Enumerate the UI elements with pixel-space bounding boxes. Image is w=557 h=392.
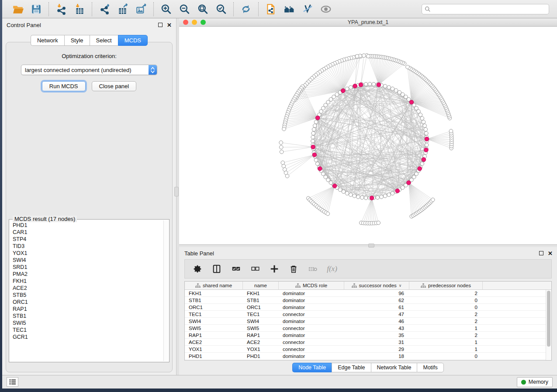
cell-name: PHD1: [243, 354, 279, 359]
table-row[interactable]: ORC1ORC1dominator610: [185, 304, 546, 311]
mcds-result-item[interactable]: CAR1: [13, 229, 161, 236]
mcds-result-item[interactable]: STB5: [13, 292, 161, 299]
import-table-file-icon: [74, 3, 85, 15]
zoom-in-button[interactable]: [158, 2, 174, 17]
tab-network-table[interactable]: Network Table: [371, 363, 417, 372]
tab-style[interactable]: Style: [64, 35, 90, 46]
table-panel: Table Panel ✕ f(x) shared namenameMCDS r…: [179, 247, 557, 375]
network-canvas[interactable]: [179, 27, 557, 244]
import-table-file-button[interactable]: [72, 2, 87, 17]
table-row[interactable]: TEC1TEC1connector472: [185, 311, 546, 318]
mcds-result-item[interactable]: ORC1: [13, 299, 161, 306]
tab-edge-table[interactable]: Edge Table: [332, 363, 370, 372]
tab-network[interactable]: Network: [31, 35, 64, 46]
zoom-out-button[interactable]: [176, 2, 192, 17]
open-file-button[interactable]: [10, 2, 26, 17]
column-header-name[interactable]: name: [243, 282, 279, 289]
annotations-button[interactable]: [300, 2, 315, 17]
network-window-titlebar[interactable]: YPA_prune.txt_1: [179, 18, 557, 27]
column-header-successor-nodes[interactable]: successor nodes∨: [344, 282, 409, 289]
new-network-from-selection-icon: [265, 3, 277, 15]
search-box[interactable]: [422, 4, 549, 14]
first-neighbors-button[interactable]: [281, 2, 297, 17]
table-scrollbar[interactable]: [546, 290, 551, 360]
zoom-selected-button[interactable]: [213, 2, 229, 17]
add-column-icon: [270, 264, 279, 274]
cell-predecessor-nodes: 2: [409, 312, 483, 317]
mcds-result-list[interactable]: PHD1CAR1STP4TID3YOX1SWI4SRD1PMA2FKH1ACE2…: [10, 220, 163, 361]
search-input[interactable]: [433, 6, 546, 12]
splitter-grip-icon[interactable]: [174, 187, 179, 196]
mcds-result-item[interactable]: YOX1: [13, 250, 161, 257]
mcds-result-item[interactable]: STB1: [13, 313, 161, 320]
status-bar: Memory: [2, 375, 557, 389]
table-splitter[interactable]: [179, 245, 557, 247]
mcds-result-item[interactable]: GCR1: [13, 334, 161, 340]
table-row[interactable]: RAP1RAP1dominator352: [185, 332, 546, 339]
task-history-button[interactable]: [7, 377, 18, 387]
table-row[interactable]: PHD1PHD1dominator180: [185, 353, 546, 360]
table-scrollbar-thumb[interactable]: [547, 291, 550, 347]
mcds-result-item[interactable]: FKH1: [13, 278, 161, 285]
mcds-result-item[interactable]: TEC1: [13, 327, 161, 334]
table-options-button[interactable]: [190, 261, 205, 276]
export-image-button[interactable]: [133, 2, 149, 17]
delete-column-button[interactable]: [286, 261, 301, 276]
mcds-result-item[interactable]: RAP1: [13, 306, 161, 313]
clear-selection-button[interactable]: [248, 261, 263, 276]
tab-node-table[interactable]: Node Table: [292, 363, 332, 372]
mcds-result-scrollbar[interactable]: [163, 220, 168, 361]
table-row[interactable]: ACE2ACE2connector311: [185, 339, 546, 346]
cell-MCDS-role: connector: [279, 326, 344, 331]
table-row[interactable]: SWI5SWI5connector431: [185, 325, 546, 332]
network-graph[interactable]: [179, 27, 557, 244]
tab-select[interactable]: Select: [90, 35, 118, 46]
window-close-icon[interactable]: [183, 20, 188, 25]
table-row[interactable]: STB1STB1dominator620: [185, 297, 546, 304]
mcds-result-item[interactable]: ACE2: [13, 285, 161, 292]
cell-MCDS-role: dominator: [279, 319, 344, 324]
export-network-button[interactable]: [97, 2, 112, 17]
table-row[interactable]: YOX1YOX1connector291: [185, 346, 546, 353]
table-row[interactable]: SWI4SWI4dominator462: [185, 318, 546, 325]
mcds-result-item[interactable]: SWI4: [13, 257, 161, 264]
column-header-predecessor-nodes[interactable]: predecessor nodes: [409, 282, 483, 289]
toggle-details-button[interactable]: [318, 2, 334, 17]
add-column-button[interactable]: [267, 261, 282, 276]
run-mcds-button[interactable]: Run MCDS: [42, 81, 86, 91]
import-network-file-button[interactable]: [53, 2, 69, 17]
control-panel-close-icon[interactable]: ✕: [167, 22, 172, 28]
cell-shared-name: SWI4: [185, 319, 243, 324]
criterion-select[interactable]: largest connected component (undirected): [21, 65, 157, 75]
panel-splitter[interactable]: [176, 18, 179, 375]
memory-button[interactable]: Memory: [517, 377, 553, 387]
tab-motifs[interactable]: Motifs: [417, 363, 443, 372]
mcds-result-item[interactable]: STP4: [13, 236, 161, 243]
save-session-button[interactable]: [28, 2, 44, 17]
export-table-button[interactable]: [115, 2, 131, 17]
column-header-MCDS-role[interactable]: MCDS role: [279, 282, 344, 289]
mcds-result-item[interactable]: SWI5: [13, 320, 161, 327]
show-columns-button[interactable]: [209, 261, 224, 276]
cell-predecessor-nodes: 1: [409, 347, 483, 352]
table-panel-float-icon[interactable]: [539, 251, 543, 255]
cell-successor-nodes: 29: [344, 347, 409, 352]
column-header-shared-name[interactable]: shared name: [185, 282, 243, 289]
close-panel-button[interactable]: Close panel: [92, 81, 137, 91]
cell-shared-name: SWI5: [185, 326, 243, 331]
mcds-result-item[interactable]: PHD1: [13, 222, 161, 229]
control-panel-float-icon[interactable]: [158, 23, 163, 27]
mcds-result-item[interactable]: SRD1: [13, 264, 161, 271]
zoom-fit-button[interactable]: [195, 2, 211, 17]
select-all-button[interactable]: [228, 261, 243, 276]
apply-layout-button[interactable]: [238, 2, 254, 17]
table-panel-close-icon[interactable]: ✕: [548, 251, 553, 256]
mcds-result-item[interactable]: PMA2: [13, 271, 161, 278]
mcds-result-item[interactable]: TID3: [13, 243, 161, 250]
table-row[interactable]: FKH1FKH1dominator962: [185, 290, 546, 297]
table-splitter-grip-icon[interactable]: [368, 244, 374, 248]
tab-mcds[interactable]: MCDS: [118, 35, 148, 46]
window-maximize-icon[interactable]: [201, 20, 206, 25]
window-minimize-icon[interactable]: [192, 20, 197, 25]
new-network-from-selection-button[interactable]: [263, 2, 279, 17]
